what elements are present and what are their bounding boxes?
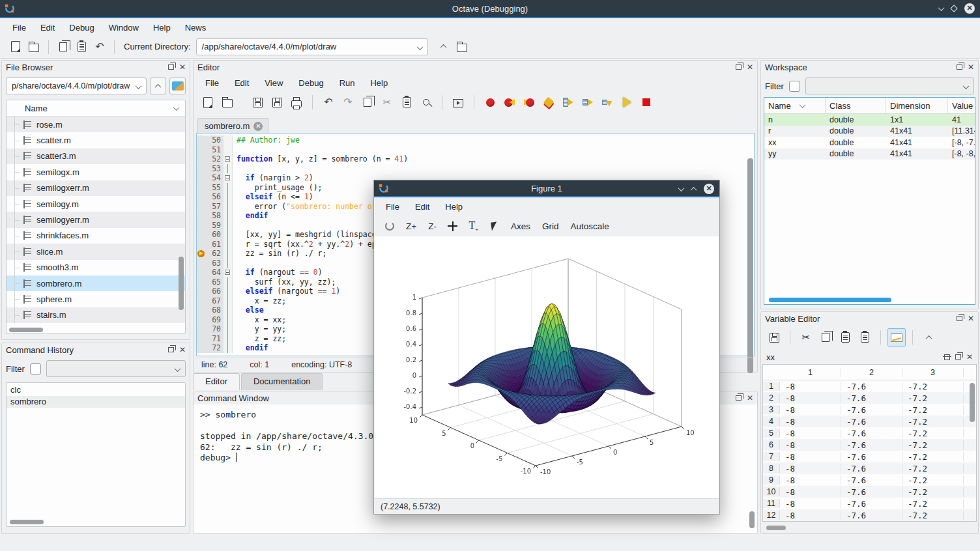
menu-help[interactable]: Help [146,21,178,35]
file-row[interactable]: stairs.m [7,307,185,323]
editor-menu-help[interactable]: Help [362,76,396,90]
zoom-out-button[interactable]: Z- [424,219,441,233]
browser-up-button[interactable] [150,78,166,94]
grid-row[interactable]: 1-8-7.6-7.2 [763,380,976,392]
fold-column[interactable] [223,202,233,212]
browse-directory-button[interactable] [453,38,471,56]
editor-copy-button[interactable] [358,93,377,111]
gutter-marker[interactable] [197,154,207,164]
code-line[interactable]: 51 [197,145,754,155]
close-panel-icon[interactable]: ✕ [179,64,186,70]
file-list-header[interactable]: Name [7,100,185,117]
history-item[interactable]: clc [7,384,185,396]
find-button[interactable] [417,93,435,111]
autoscale-button[interactable]: Autoscale [566,219,613,233]
fold-column[interactable] [223,230,233,240]
grid-row[interactable]: 5-8-7.6-7.2 [763,427,976,439]
ve-paste-button[interactable] [836,328,854,346]
ve-plot-button[interactable] [887,328,906,346]
file-row[interactable]: semilogy.m [7,196,185,212]
redo-button[interactable]: ↷ [339,93,357,111]
grid-cell[interactable]: -8 [780,487,841,497]
cut-button[interactable]: ✂ [378,93,396,111]
fold-column[interactable] [223,324,233,334]
grid-cell[interactable]: -7.2 [902,382,964,391]
grid-cell[interactable]: -8 [780,511,841,520]
grid-row[interactable]: 6-8-7.6-7.2 [763,439,976,451]
grid-cell[interactable]: -7.2 [902,487,964,497]
gutter-marker[interactable] [197,277,207,287]
fold-column[interactable] [223,305,233,315]
gutter-marker[interactable] [197,211,207,221]
gutter-marker[interactable] [197,221,207,231]
run-file-button[interactable] [449,93,467,111]
grid-cell[interactable]: -7.2 [902,440,964,450]
ve-cut-button[interactable]: ✂ [797,328,815,346]
file-list-scrollbar[interactable] [179,257,184,310]
editor-menu-file[interactable]: File [197,76,227,90]
grid-row[interactable]: 12-8-7.6-7.2 [763,509,976,521]
fold-column[interactable] [223,135,233,145]
editor-new-button[interactable] [199,93,217,111]
paste-button[interactable] [72,38,91,56]
step-button[interactable] [559,93,577,111]
close-icon[interactable]: ✕ [964,3,975,14]
grid-cell[interactable]: -8 [780,405,841,415]
pan-tool-button[interactable] [444,217,462,235]
grid-cell[interactable]: -7.2 [902,393,964,403]
gutter-marker[interactable] [197,230,207,240]
gutter-marker[interactable] [197,315,207,325]
tab-documentation[interactable]: Documentation [241,373,323,390]
fold-column[interactable] [223,164,233,174]
grid-row[interactable]: 11-8-7.6-7.2 [763,498,976,509]
fold-column[interactable] [223,287,233,296]
gutter-marker[interactable] [197,287,207,296]
close-icon[interactable]: ✕ [704,184,714,194]
maximize-icon[interactable] [950,5,957,12]
workspace-variable-row[interactable]: xxdouble41x41[-8, -7.6 [764,137,975,148]
figure-menu-file[interactable]: File [378,200,407,214]
stop-debug-button[interactable] [637,93,656,111]
grid-cell[interactable]: -7.2 [902,405,964,415]
editor-open-button[interactable] [218,93,237,111]
text-tool-button[interactable]: T+ [465,217,483,235]
grid-cell[interactable]: -8 [780,429,841,438]
previous-breakpoint-button[interactable] [500,93,519,111]
close-panel-icon[interactable]: ✕ [747,395,753,401]
editor-menu-run[interactable]: Run [332,76,363,90]
grid-row[interactable]: 8-8-7.6-7.2 [763,462,976,474]
fold-column[interactable] [223,277,233,287]
grid-row[interactable]: 2-8-7.6-7.2 [763,392,976,404]
fold-column[interactable] [223,343,233,353]
fold-column[interactable] [223,268,233,277]
filter-checkbox[interactable] [30,363,41,374]
tab-editor[interactable]: Editor [193,373,240,390]
close-panel-icon[interactable]: ✕ [747,64,753,70]
continue-button[interactable] [618,93,636,111]
fold-column[interactable] [223,192,233,202]
filter-checkbox[interactable] [789,81,800,92]
grid-cell[interactable]: -7.2 [902,429,964,438]
editor-menu-view[interactable]: View [257,76,291,90]
grid-cell[interactable]: -7.6 [841,382,902,391]
fold-collapse-icon[interactable] [225,270,230,275]
terminal-scrollbar[interactable] [749,511,755,528]
fold-column[interactable] [223,334,233,344]
close-tab-icon[interactable]: ✕ [253,122,263,131]
editor-menu-edit[interactable]: Edit [227,76,257,90]
grid-column-header[interactable]: 3 [902,368,964,377]
fold-column[interactable] [223,211,233,221]
grid-cell[interactable]: -8 [780,452,841,462]
grid-cell[interactable]: -7.6 [841,464,902,473]
grid-cell[interactable]: -7.6 [841,475,902,485]
code-line[interactable]: 52function [x, y, z] = sombrero (n = 41) [197,154,754,164]
sombrero-surface-plot[interactable] [378,238,718,496]
gutter-marker[interactable] [197,324,207,334]
history-filter-combobox[interactable] [46,360,186,377]
current-directory-combobox[interactable]: /app/share/octave/4.4.0/m/plot/draw [196,38,428,55]
workspace-table-header[interactable]: Name Class Dimension Value [764,98,975,114]
copy-button[interactable] [54,38,72,56]
file-list-hscrollbar[interactable] [9,328,43,332]
grid-cell[interactable]: -8 [780,440,841,450]
grid-cell[interactable]: -7.2 [902,475,964,485]
